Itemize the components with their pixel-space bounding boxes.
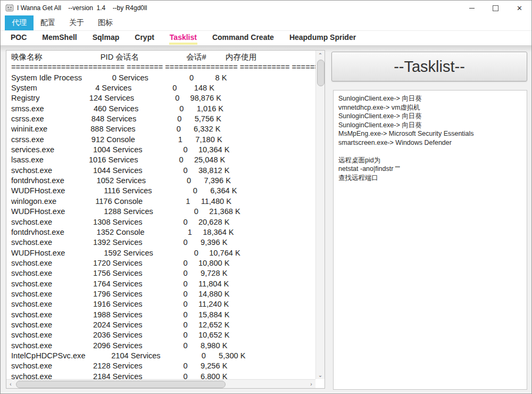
tab-bar: POC MemShell Sqlmap Crypt Tasklist Comma… [1, 31, 531, 45]
chevron-left-icon: ‹ [10, 381, 11, 387]
menu-item-about[interactable]: 关于 [62, 15, 91, 30]
close-button[interactable]: ✕ [508, 1, 531, 15]
notes-box[interactable]: SunloginClient.exe-> 向日葵 vmnetdhcp.exe->… [333, 90, 527, 390]
tab-poc[interactable]: POC [10, 31, 27, 45]
close-icon: ✕ [517, 5, 522, 12]
maximize-icon [493, 5, 498, 11]
vertical-scroll-thumb[interactable] [317, 60, 325, 86]
menu-bar: 代理 配置 关于 图标 [1, 15, 531, 31]
scroll-left-button[interactable]: ‹ [6, 380, 15, 388]
scroll-down-button[interactable]: ⌄ [316, 371, 325, 379]
tab-crypt[interactable]: Crypt [134, 31, 155, 45]
chevron-right-icon: › [310, 381, 312, 387]
minimize-button[interactable] [460, 1, 484, 15]
tasklist-text: 映像名称 PID 会话名 会话# 内存使用 ==================… [11, 52, 315, 379]
tab-sqlmap[interactable]: Sqlmap [92, 31, 120, 45]
app-window: I Wanna Get All --version 1.4 --by R4gd0… [0, 0, 532, 394]
chevron-down-icon: ⌄ [318, 372, 322, 378]
scroll-up-button[interactable]: ⌃ [316, 51, 325, 59]
window-title: I Wanna Get All --version 1.4 --by R4gd0… [17, 4, 147, 12]
menu-item-config[interactable]: 配置 [34, 15, 62, 30]
minimize-icon [469, 8, 475, 9]
menu-item-icon[interactable]: 图标 [91, 15, 120, 30]
notes-text: SunloginClient.exe-> 向日葵 vmnetdhcp.exe->… [334, 91, 527, 186]
tab-heapdump-sprider[interactable]: Heapdump Sprider [289, 31, 356, 45]
title-bar: I Wanna Get All --version 1.4 --by R4gd0… [1, 1, 531, 15]
tasklist-output-box[interactable]: 映像名称 PID 会话名 会话# 内存使用 ==================… [6, 50, 325, 389]
chevron-up-icon: ⌃ [318, 52, 322, 58]
content-area: 映像名称 PID 会话名 会话# 内存使用 ==================… [1, 45, 531, 393]
scroll-right-button[interactable]: › [307, 380, 315, 388]
tab-tasklist[interactable]: Tasklist [169, 31, 197, 45]
horizontal-scroll-thumb[interactable] [16, 381, 226, 388]
tab-memshell[interactable]: MemShell [41, 31, 77, 45]
vertical-scrollbar[interactable]: ⌃ ⌄ [315, 51, 325, 379]
horizontal-scrollbar[interactable]: ‹ › [6, 379, 315, 388]
tasklist-title-button[interactable]: --Tasklist-- [331, 52, 527, 81]
app-icon [5, 4, 14, 12]
maximize-button[interactable] [484, 1, 508, 15]
menu-item-proxy[interactable]: 代理 [5, 15, 34, 30]
tab-command-create[interactable]: Command Create [212, 31, 275, 45]
window-controls: ✕ [460, 1, 531, 15]
